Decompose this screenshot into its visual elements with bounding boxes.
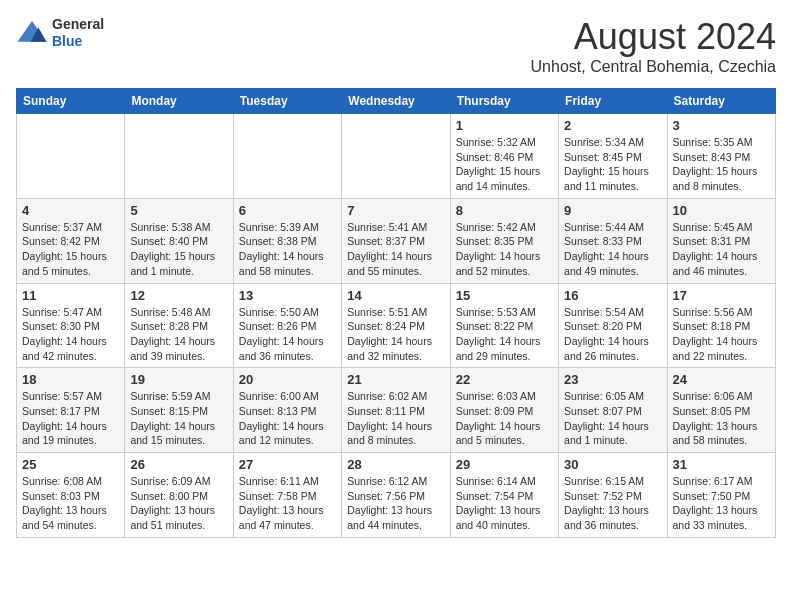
- weekday-header-thursday: Thursday: [450, 89, 558, 114]
- weekday-header-monday: Monday: [125, 89, 233, 114]
- title-block: August 2024 Unhost, Central Bohemia, Cze…: [531, 16, 776, 76]
- calendar-cell: 18Sunrise: 5:57 AM Sunset: 8:17 PM Dayli…: [17, 368, 125, 453]
- calendar-cell: 19Sunrise: 5:59 AM Sunset: 8:15 PM Dayli…: [125, 368, 233, 453]
- calendar-cell: 2Sunrise: 5:34 AM Sunset: 8:45 PM Daylig…: [559, 114, 667, 199]
- weekday-header-row: SundayMondayTuesdayWednesdayThursdayFrid…: [17, 89, 776, 114]
- calendar-cell: 24Sunrise: 6:06 AM Sunset: 8:05 PM Dayli…: [667, 368, 775, 453]
- day-number: 25: [22, 457, 119, 472]
- logo-icon: [16, 19, 48, 47]
- calendar-cell: 1Sunrise: 5:32 AM Sunset: 8:46 PM Daylig…: [450, 114, 558, 199]
- calendar-week-3: 11Sunrise: 5:47 AM Sunset: 8:30 PM Dayli…: [17, 283, 776, 368]
- day-number: 7: [347, 203, 444, 218]
- day-info: Sunrise: 5:44 AM Sunset: 8:33 PM Dayligh…: [564, 220, 661, 279]
- calendar-cell: 14Sunrise: 5:51 AM Sunset: 8:24 PM Dayli…: [342, 283, 450, 368]
- weekday-header-friday: Friday: [559, 89, 667, 114]
- calendar-cell: 26Sunrise: 6:09 AM Sunset: 8:00 PM Dayli…: [125, 453, 233, 538]
- day-number: 20: [239, 372, 336, 387]
- day-number: 14: [347, 288, 444, 303]
- calendar-cell: 8Sunrise: 5:42 AM Sunset: 8:35 PM Daylig…: [450, 198, 558, 283]
- calendar-cell: 7Sunrise: 5:41 AM Sunset: 8:37 PM Daylig…: [342, 198, 450, 283]
- day-info: Sunrise: 6:14 AM Sunset: 7:54 PM Dayligh…: [456, 474, 553, 533]
- day-info: Sunrise: 5:57 AM Sunset: 8:17 PM Dayligh…: [22, 389, 119, 448]
- month-year-title: August 2024: [531, 16, 776, 58]
- day-number: 18: [22, 372, 119, 387]
- day-info: Sunrise: 5:37 AM Sunset: 8:42 PM Dayligh…: [22, 220, 119, 279]
- calendar-cell: 12Sunrise: 5:48 AM Sunset: 8:28 PM Dayli…: [125, 283, 233, 368]
- day-info: Sunrise: 6:11 AM Sunset: 7:58 PM Dayligh…: [239, 474, 336, 533]
- day-info: Sunrise: 5:51 AM Sunset: 8:24 PM Dayligh…: [347, 305, 444, 364]
- calendar-cell: 17Sunrise: 5:56 AM Sunset: 8:18 PM Dayli…: [667, 283, 775, 368]
- day-info: Sunrise: 5:53 AM Sunset: 8:22 PM Dayligh…: [456, 305, 553, 364]
- day-number: 15: [456, 288, 553, 303]
- day-info: Sunrise: 5:35 AM Sunset: 8:43 PM Dayligh…: [673, 135, 770, 194]
- calendar-cell: 27Sunrise: 6:11 AM Sunset: 7:58 PM Dayli…: [233, 453, 341, 538]
- calendar-cell: [342, 114, 450, 199]
- day-info: Sunrise: 5:47 AM Sunset: 8:30 PM Dayligh…: [22, 305, 119, 364]
- day-info: Sunrise: 5:38 AM Sunset: 8:40 PM Dayligh…: [130, 220, 227, 279]
- calendar-week-2: 4Sunrise: 5:37 AM Sunset: 8:42 PM Daylig…: [17, 198, 776, 283]
- day-number: 26: [130, 457, 227, 472]
- calendar-week-5: 25Sunrise: 6:08 AM Sunset: 8:03 PM Dayli…: [17, 453, 776, 538]
- day-info: Sunrise: 6:17 AM Sunset: 7:50 PM Dayligh…: [673, 474, 770, 533]
- calendar-cell: 6Sunrise: 5:39 AM Sunset: 8:38 PM Daylig…: [233, 198, 341, 283]
- day-number: 6: [239, 203, 336, 218]
- day-info: Sunrise: 5:54 AM Sunset: 8:20 PM Dayligh…: [564, 305, 661, 364]
- day-info: Sunrise: 6:08 AM Sunset: 8:03 PM Dayligh…: [22, 474, 119, 533]
- calendar-cell: 25Sunrise: 6:08 AM Sunset: 8:03 PM Dayli…: [17, 453, 125, 538]
- calendar-cell: [233, 114, 341, 199]
- day-number: 21: [347, 372, 444, 387]
- day-info: Sunrise: 5:59 AM Sunset: 8:15 PM Dayligh…: [130, 389, 227, 448]
- day-number: 30: [564, 457, 661, 472]
- day-number: 24: [673, 372, 770, 387]
- calendar-cell: [17, 114, 125, 199]
- day-info: Sunrise: 5:50 AM Sunset: 8:26 PM Dayligh…: [239, 305, 336, 364]
- logo: General Blue: [16, 16, 104, 50]
- day-number: 11: [22, 288, 119, 303]
- logo-blue-text: Blue: [52, 33, 104, 50]
- page-header: General Blue August 2024 Unhost, Central…: [16, 16, 776, 76]
- day-info: Sunrise: 5:39 AM Sunset: 8:38 PM Dayligh…: [239, 220, 336, 279]
- weekday-header-wednesday: Wednesday: [342, 89, 450, 114]
- day-number: 9: [564, 203, 661, 218]
- calendar-cell: 15Sunrise: 5:53 AM Sunset: 8:22 PM Dayli…: [450, 283, 558, 368]
- calendar-cell: 30Sunrise: 6:15 AM Sunset: 7:52 PM Dayli…: [559, 453, 667, 538]
- day-number: 4: [22, 203, 119, 218]
- calendar-week-4: 18Sunrise: 5:57 AM Sunset: 8:17 PM Dayli…: [17, 368, 776, 453]
- calendar-cell: 4Sunrise: 5:37 AM Sunset: 8:42 PM Daylig…: [17, 198, 125, 283]
- day-info: Sunrise: 6:06 AM Sunset: 8:05 PM Dayligh…: [673, 389, 770, 448]
- calendar-cell: 23Sunrise: 6:05 AM Sunset: 8:07 PM Dayli…: [559, 368, 667, 453]
- day-number: 22: [456, 372, 553, 387]
- calendar-cell: 31Sunrise: 6:17 AM Sunset: 7:50 PM Dayli…: [667, 453, 775, 538]
- day-info: Sunrise: 5:41 AM Sunset: 8:37 PM Dayligh…: [347, 220, 444, 279]
- calendar-cell: 13Sunrise: 5:50 AM Sunset: 8:26 PM Dayli…: [233, 283, 341, 368]
- day-info: Sunrise: 5:34 AM Sunset: 8:45 PM Dayligh…: [564, 135, 661, 194]
- logo-text: General Blue: [52, 16, 104, 50]
- day-number: 13: [239, 288, 336, 303]
- day-info: Sunrise: 5:32 AM Sunset: 8:46 PM Dayligh…: [456, 135, 553, 194]
- day-number: 31: [673, 457, 770, 472]
- day-info: Sunrise: 5:56 AM Sunset: 8:18 PM Dayligh…: [673, 305, 770, 364]
- calendar-cell: 22Sunrise: 6:03 AM Sunset: 8:09 PM Dayli…: [450, 368, 558, 453]
- day-number: 10: [673, 203, 770, 218]
- calendar-cell: 28Sunrise: 6:12 AM Sunset: 7:56 PM Dayli…: [342, 453, 450, 538]
- day-info: Sunrise: 6:00 AM Sunset: 8:13 PM Dayligh…: [239, 389, 336, 448]
- day-number: 19: [130, 372, 227, 387]
- calendar-cell: 9Sunrise: 5:44 AM Sunset: 8:33 PM Daylig…: [559, 198, 667, 283]
- day-number: 17: [673, 288, 770, 303]
- calendar-week-1: 1Sunrise: 5:32 AM Sunset: 8:46 PM Daylig…: [17, 114, 776, 199]
- day-info: Sunrise: 5:45 AM Sunset: 8:31 PM Dayligh…: [673, 220, 770, 279]
- calendar-cell: 5Sunrise: 5:38 AM Sunset: 8:40 PM Daylig…: [125, 198, 233, 283]
- day-number: 2: [564, 118, 661, 133]
- weekday-header-saturday: Saturday: [667, 89, 775, 114]
- day-info: Sunrise: 6:03 AM Sunset: 8:09 PM Dayligh…: [456, 389, 553, 448]
- day-number: 5: [130, 203, 227, 218]
- day-info: Sunrise: 6:09 AM Sunset: 8:00 PM Dayligh…: [130, 474, 227, 533]
- location-subtitle: Unhost, Central Bohemia, Czechia: [531, 58, 776, 76]
- day-number: 29: [456, 457, 553, 472]
- day-info: Sunrise: 6:02 AM Sunset: 8:11 PM Dayligh…: [347, 389, 444, 448]
- day-info: Sunrise: 5:42 AM Sunset: 8:35 PM Dayligh…: [456, 220, 553, 279]
- calendar-cell: [125, 114, 233, 199]
- day-number: 1: [456, 118, 553, 133]
- day-info: Sunrise: 6:05 AM Sunset: 8:07 PM Dayligh…: [564, 389, 661, 448]
- calendar-cell: 29Sunrise: 6:14 AM Sunset: 7:54 PM Dayli…: [450, 453, 558, 538]
